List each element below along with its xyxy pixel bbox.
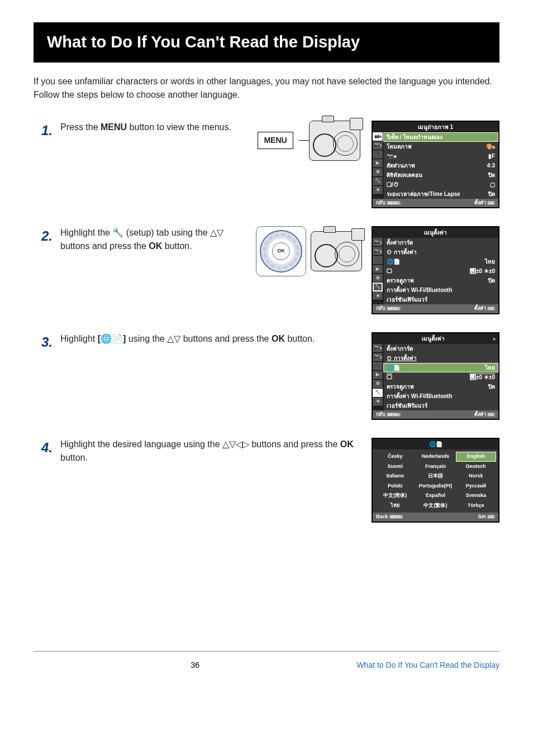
screen-title: 🌐📄 (373, 439, 498, 449)
menu-row: เวอร์ชันเฟิร์มแวร์ (383, 401, 498, 410)
screen-title: เมนูตั้งค่า▸ (373, 333, 498, 344)
menu-row: ❏/⏱▢ (383, 180, 498, 189)
row-label: ตั้งค่าการ์ด (387, 238, 413, 247)
camera2-tab-icon: 📷₂ (373, 353, 383, 362)
row-value: ปิด (488, 171, 495, 179)
row-label: ดิจิทัลเทเลคอน (387, 171, 422, 179)
lang-option: 中文(简体) (375, 491, 415, 501)
set-label: ตั้งค่า (474, 200, 486, 205)
screen-footer: กลับMENU ตั้งค่าOK (373, 199, 498, 208)
screen-title: เมนูตั้งค่า (373, 227, 498, 238)
text: buttons and press the (180, 334, 272, 343)
menu-row: 📷◂▮F (383, 151, 498, 161)
step-4: 4. Highlight the desired language using … (34, 438, 499, 523)
row-value: 4:3 (487, 161, 495, 170)
row-label: ตั้งค่าการ์ด (387, 344, 413, 353)
text: Press the (60, 122, 101, 132)
back-label: กลับ (376, 412, 386, 417)
screen-language-select: 🌐📄 Česky Nederlands English Suomi França… (372, 438, 499, 523)
page-footer: 36 What to Do If You Can't Read the Disp… (34, 651, 499, 671)
camera-illustration (309, 121, 360, 161)
step-number-3: 3. (34, 332, 60, 352)
lang-option: Suomi (375, 462, 415, 472)
menu-row: ตั้งค่าการ์ด (383, 344, 498, 353)
camera1-tab-icon: 📷₁ (373, 132, 383, 141)
row-label: รีเซ็ต / โหมดกำหนดเอง (387, 133, 442, 141)
lang-option: Español (415, 491, 455, 501)
lang-option: Česky (375, 452, 415, 462)
row-label: ⏲ การตั้งค่า (387, 248, 417, 256)
ok-btn-label: OK (487, 201, 496, 205)
menu-row: ตั้งค่าการ์ด (383, 238, 498, 247)
screen-footer: กลับMENU ตั้งค่าOK (373, 410, 498, 419)
ok-bold: OK (340, 439, 354, 449)
lang-option: 日本語 (415, 471, 455, 481)
title-text: เมนูตั้งค่า (422, 336, 445, 342)
star-tab-icon: ★ (373, 398, 383, 406)
row-label: โหมดภาพ (387, 142, 412, 151)
text: Highlight the desired language using the (60, 439, 222, 449)
lang-option: Italiano (375, 471, 415, 481)
camera2-tab-icon: 📷₂ (373, 247, 383, 256)
play-tab-icon: ▶ (373, 159, 383, 168)
ok-btn-label: OK (487, 307, 496, 310)
menu-row-highlighted: 🌐📄ไทย (383, 363, 498, 372)
page-title: What to Do If You Can't Read the Display (34, 22, 499, 63)
lang-option: Deutsch (456, 462, 496, 472)
wrench-tab-icon: 🔧 (373, 283, 383, 291)
row-label: 🌐📄 (387, 363, 400, 372)
gear-tab-icon: ✿ (373, 168, 383, 177)
row-value: 🎨₃ (486, 142, 495, 151)
screen-shooting-menu-1: เมนูถ่ายภาพ 1 📷₁ 📷₂ 🎥 ▶ ✿ 🔧 ★ รีเซ็ต / โ… (372, 121, 499, 209)
screen-language-item: เมนูตั้งค่า▸ 📷₁ 📷₂ 🎥 ▶ ✿ 🔧 ★ ตั้งค่าการ์… (372, 332, 499, 420)
row-label: เวอร์ชันเฟิร์มแวร์ (387, 401, 427, 410)
menu-label-box: MENU (258, 132, 293, 149)
row-value: ▢ (490, 180, 495, 189)
menu-row: ⏲ การตั้งค่า (383, 247, 498, 257)
lang-option: Nederlands (415, 452, 455, 462)
row-label: ❏/⏱ (387, 180, 399, 189)
gear-tab-icon: ✿ (373, 380, 383, 389)
row-value: ไทย (485, 257, 495, 266)
row-value: 📊±0 ☀±0 (469, 373, 495, 381)
screen-tabs: 📷₁ 📷₂ 🎥 ▶ ✿ 🔧 ★ (373, 344, 383, 410)
up-icon: △ (210, 228, 217, 237)
step-1: 1. Press the MENU button to view the men… (34, 121, 499, 209)
footer-link[interactable]: What to Do If You Can't Read the Display (356, 659, 499, 671)
text: buttons and press the (60, 241, 149, 251)
camera1-tab-icon: 📷₁ (373, 238, 383, 247)
menu-row: ตรวจดูภาพปิด (383, 382, 498, 391)
lang-option: Norsk (456, 471, 496, 481)
row-value: ปิด (488, 190, 495, 198)
menu-row: 🖵📊±0 ☀±0 (383, 372, 498, 382)
menu-btn-label: MENU (387, 413, 401, 417)
arrow-icon: ▸ (493, 334, 496, 343)
wrench-icon: 🔧 (112, 228, 123, 237)
menu-row: สัดส่วนภาพ4:3 (383, 161, 498, 170)
set-label: ตั้งค่า (474, 412, 486, 417)
play-tab-icon: ▶ (373, 265, 383, 274)
back-label: กลับ (376, 200, 386, 205)
step-2-text: Highlight the 🔧 (setup) tab using the △▽… (60, 226, 253, 253)
row-label: ⏲ การตั้งค่า (387, 354, 417, 362)
step-3: 3. Highlight [🌐📄] using the △▽ buttons a… (34, 332, 499, 420)
lang-option: Polski (375, 481, 415, 491)
video-tab-icon: 🎥 (373, 362, 383, 371)
set-label: Set (478, 514, 486, 519)
text: button. (285, 334, 315, 343)
down-icon: ▽ (217, 228, 223, 237)
text: Highlight (60, 334, 98, 343)
menu-btn-label: MENU (389, 515, 403, 519)
lang-option: Français (415, 462, 455, 472)
row-value: 📊±0 ☀±0 (469, 267, 495, 275)
step-1-text: Press the MENU button to view the menus. (60, 121, 253, 134)
star-tab-icon: ★ (373, 186, 383, 195)
menu-row: ระยะเวลาต่อภาพ/Time Lapseปิด (383, 189, 498, 199)
ok-btn-label: OK (487, 413, 496, 417)
down-icon: ▽ (229, 439, 236, 449)
screen-tabs: 📷₁ 📷₂ 🎥 ▶ ✿ 🔧 ★ (373, 238, 383, 304)
lang-option: Türkçe (456, 501, 496, 511)
text: button to view the menus. (127, 122, 231, 132)
up-icon: △ (167, 334, 174, 343)
text: button. (162, 241, 192, 251)
